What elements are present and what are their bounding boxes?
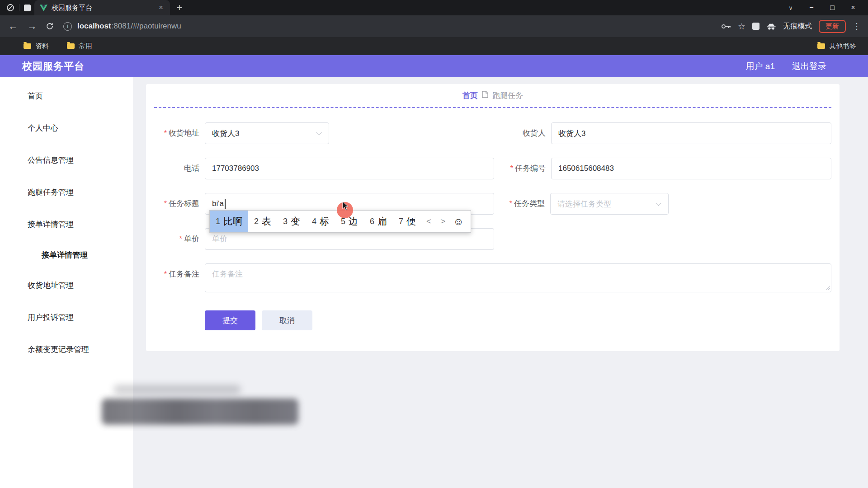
bookmark-item[interactable]: 常用 [67, 42, 92, 51]
incognito-icon [766, 23, 776, 30]
breadcrumb: 首页 跑腿任务 [154, 90, 831, 101]
browser-tab[interactable]: 校园服务平台 × [34, 0, 170, 15]
tab-search-icon[interactable]: ∨ [780, 0, 801, 15]
sidebar-item-addresses[interactable]: 收货地址管理 [0, 269, 133, 301]
ime-candidate[interactable]: 4标 [306, 211, 335, 232]
other-bookmarks-label: 其他书签 [829, 42, 856, 51]
bookmark-label: 常用 [79, 42, 92, 51]
ime-candidate[interactable]: 6扁 [364, 211, 393, 232]
address-select[interactable]: 收货人3 [205, 122, 329, 144]
cancel-button[interactable]: 取消 [262, 310, 312, 330]
bookmark-item[interactable]: 资料 [24, 42, 49, 51]
tab-strip: 校园服务平台 × + ∨ − □ × [0, 0, 868, 15]
remark-textarea[interactable] [205, 263, 831, 292]
pinned-window-icon[interactable] [24, 5, 31, 11]
submit-button[interactable]: 提交 [205, 310, 255, 330]
taskno-label: *任务编号 [500, 158, 546, 179]
ime-candidate[interactable]: 1比啊 [210, 211, 248, 232]
logout-link[interactable]: 退出登录 [792, 61, 826, 72]
browser-toolbar: ← → i localhost:8081/#/paotuirenwu ☆ 无痕模… [0, 15, 868, 37]
url-path: :8081/#/paotuirenwu [112, 22, 181, 30]
sidebar-item-announcements[interactable]: 公告信息管理 [0, 144, 133, 176]
sidebar-item-home[interactable]: 首页 [0, 80, 133, 112]
type-label: *任务类型 [500, 193, 545, 215]
tab-title: 校园服务平台 [52, 4, 152, 12]
blurred-watermark [102, 399, 298, 425]
phone-label: 电话 [154, 158, 199, 179]
new-tab-button[interactable]: + [173, 1, 186, 14]
site-info-icon[interactable]: i [63, 22, 72, 31]
doc-icon [482, 91, 488, 100]
phone-input[interactable] [205, 158, 494, 179]
sidebar-item-balance-records[interactable]: 余额变更记录管理 [0, 333, 133, 366]
vue-favicon [40, 5, 47, 11]
sidebar-subitem-order-details[interactable]: 接单详情管理 [0, 240, 133, 269]
sidebar: 首页 个人中心 公告信息管理 跑腿任务管理 接单详情管理 接单详情管理 收货地址… [0, 77, 133, 488]
minimize-button[interactable]: − [801, 0, 822, 15]
address-select-value: 收货人3 [212, 128, 239, 139]
form-actions: 提交 取消 [205, 310, 831, 330]
folder-icon [67, 43, 75, 49]
text-caret [225, 199, 226, 209]
receiver-label: 收货人 [500, 122, 546, 144]
key-icon[interactable] [721, 23, 731, 29]
ime-prev-icon[interactable]: < [422, 216, 436, 226]
dashed-divider [154, 107, 831, 108]
tab-close-icon[interactable]: × [156, 3, 165, 12]
taskno-input[interactable] [551, 158, 831, 179]
side-panel-icon[interactable] [752, 23, 760, 30]
blurred-watermark [114, 385, 241, 394]
browser-menu-icon[interactable]: ⋮ [853, 21, 861, 31]
toolbar-actions: ☆ 无痕模式 更新 ⋮ [721, 20, 861, 33]
type-select[interactable]: 请选择任务类型 [550, 193, 669, 215]
content-area: 首页 跑腿任务 *收货地址 收货人3 收货人 [133, 77, 868, 488]
bookmarks-bar: 资料 常用 其他书签 [0, 37, 868, 55]
ime-candidate[interactable]: 7便 [393, 211, 422, 232]
ime-next-icon[interactable]: > [436, 216, 450, 226]
folder-icon [817, 43, 825, 49]
ime-emoji-icon[interactable]: ☺ [450, 216, 470, 228]
reload-button[interactable] [45, 22, 54, 31]
forward-button[interactable]: → [26, 21, 38, 32]
breadcrumb-home[interactable]: 首页 [462, 90, 478, 101]
receiver-input[interactable] [551, 122, 831, 144]
header-user[interactable]: 用户 a1 [746, 61, 775, 72]
mouse-cursor-icon [342, 201, 349, 213]
address-label: *收货地址 [154, 122, 199, 144]
sidebar-item-complaints[interactable]: 用户投诉管理 [0, 301, 133, 333]
app-title: 校园服务平台 [22, 60, 85, 73]
maximize-button[interactable]: □ [822, 0, 843, 15]
sidebar-item-order-details[interactable]: 接单详情管理 [0, 208, 133, 240]
title-composition-text: bi'a [212, 199, 224, 208]
sidebar-item-errand-tasks[interactable]: 跑腿任务管理 [0, 176, 133, 208]
chevron-down-icon [316, 130, 322, 136]
update-button[interactable]: 更新 [819, 20, 846, 33]
remark-label: *任务备注 [154, 263, 199, 285]
title-label: *任务标题 [154, 193, 199, 215]
bookmark-label: 资料 [35, 42, 49, 51]
divider [19, 4, 19, 11]
address-bar[interactable]: i localhost:8081/#/paotuirenwu [61, 22, 714, 31]
bookmark-star-icon[interactable]: ☆ [738, 21, 745, 32]
circle-slash-icon[interactable] [6, 4, 14, 12]
close-button[interactable]: × [843, 0, 863, 15]
url-host: localhost [77, 22, 111, 30]
other-bookmarks[interactable]: 其他书签 [817, 42, 856, 51]
ime-candidate[interactable]: 2表 [248, 211, 277, 232]
price-label: *单价 [154, 228, 199, 250]
incognito-label: 无痕模式 [783, 22, 812, 31]
breadcrumb-current: 跑腿任务 [492, 90, 523, 101]
window-controls: ∨ − □ × [780, 0, 863, 15]
app-header: 校园服务平台 用户 a1 退出登录 [0, 55, 868, 77]
folder-icon [24, 43, 31, 49]
ime-candidate[interactable]: 3变 [277, 211, 306, 232]
back-button[interactable]: ← [7, 21, 19, 32]
chevron-down-icon [656, 200, 661, 206]
type-select-placeholder: 请选择任务类型 [557, 199, 611, 209]
sidebar-item-personal-center[interactable]: 个人中心 [0, 112, 133, 144]
